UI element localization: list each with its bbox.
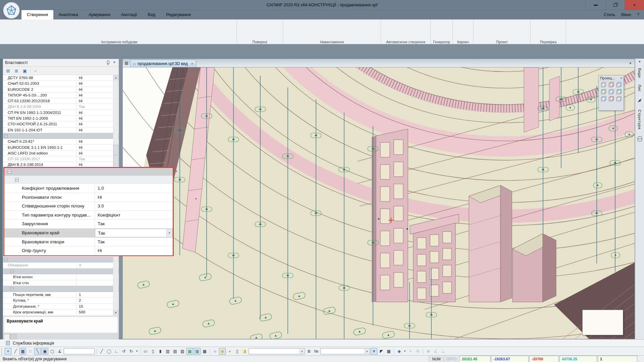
door-visibility-icon[interactable]: ▯: [234, 348, 240, 355]
palette-close-icon[interactable]: ×: [620, 76, 622, 80]
punching-property-row[interactable]: ЗакругленняТак: [4, 220, 173, 229]
ribbon-button-pile-cap[interactable]: [407, 21, 418, 30]
punching-property-row[interactable]: Розпізнавати пілонНі: [4, 193, 173, 202]
light-on-icon[interactable]: ●: [226, 348, 233, 355]
scroll-thumb[interactable]: ≡: [113, 145, 118, 166]
ribbon-button-wall[interactable]: [3, 20, 18, 39]
collapse-minus-icon[interactable]: [10, 270, 13, 273]
unlock-elements-icon[interactable]: ▢: [49, 348, 56, 355]
ribbon-button-pile-wall[interactable]: [365, 30, 378, 39]
property-row[interactable]: СНиП 52-01-2003Ні: [3, 81, 119, 86]
collapse-arrow-icon[interactable]: ▼: [638, 59, 641, 65]
ribbon-button-space[interactable]: [313, 20, 331, 39]
panel-tab-Властивості[interactable]: [4, 334, 10, 340]
app-logo-icon[interactable]: [3, 2, 20, 19]
tab-Вид[interactable]: Вид: [143, 10, 161, 19]
ribbon-button-prism[interactable]: [256, 21, 266, 30]
ribbon-button-window[interactable]: [147, 30, 171, 39]
light-off-icon[interactable]: ○: [212, 348, 218, 355]
show-mesh-icon[interactable]: ▦: [201, 348, 208, 355]
light-selected-icon[interactable]: ◉: [219, 348, 226, 355]
satellite-icon[interactable]: [637, 98, 642, 103]
menu-?[interactable]: ?: [637, 12, 639, 17]
ribbon-button-moving-load[interactable]: [347, 30, 365, 39]
snap-more-icon[interactable]: ▾: [135, 348, 139, 355]
ribbon-button-points[interactable]: [186, 21, 198, 30]
ribbon-button-nodes[interactable]: [432, 20, 451, 39]
ribbon-button-check[interactable]: [532, 20, 557, 39]
ribbon-button-load-cases[interactable]: [284, 20, 313, 39]
loadcase-icon[interactable]: №: [313, 348, 320, 355]
property-row[interactable]: СП РК EN 1992-1-1:2004/2011Ні: [3, 110, 119, 116]
tab-Редагування[interactable]: Редагування: [161, 10, 196, 19]
view-solid-icon[interactable]: ▭: [142, 348, 149, 355]
rotate-x-icon[interactable]: ↺: [120, 348, 127, 355]
property-row[interactable]: EUROCODE 3.1.1 EN 1993-1-1Ні: [3, 145, 119, 150]
view-tab-close-icon[interactable]: ×: [191, 62, 193, 66]
categorized-icon[interactable]: ⊞: [5, 68, 11, 74]
minimize-button[interactable]: [586, 0, 605, 10]
menu-Вікно[interactable]: Вікно: [621, 12, 631, 17]
pin-icon[interactable]: [105, 60, 110, 65]
property-row[interactable]: Пошук перетинів, мм1: [3, 292, 119, 298]
rotate-icon[interactable]: ↻: [415, 348, 421, 355]
status-toggle-NUM[interactable]: NUM: [429, 356, 444, 362]
move-icon[interactable]: +: [407, 348, 414, 355]
ribbon-button-3d-by-line[interactable]: [238, 20, 256, 39]
projections-palette-header[interactable]: Проекц... ×: [599, 75, 624, 81]
close-button[interactable]: ×: [625, 0, 644, 10]
copy-icon[interactable]: ⊕: [425, 348, 432, 355]
snap-angle-icon[interactable]: ╲: [34, 348, 41, 355]
ribbon-button-pile[interactable]: [64, 20, 77, 39]
panel-tab-Попередній перегляд[interactable]: [10, 334, 16, 340]
ribbon-button-slab[interactable]: [18, 20, 33, 39]
view-shaded-icon[interactable]: ▮: [157, 348, 164, 355]
scroll-up-icon[interactable]: ▲: [113, 75, 118, 80]
punching-property-row[interactable]: Співвідношення сторін пілону3.0: [4, 202, 173, 211]
layers-icon[interactable]: ≣: [306, 348, 312, 355]
property-row[interactable]: Кутова, °2: [3, 298, 119, 304]
punching-property-row[interactable]: Тип параметра контуру продав...Коефіцієн…: [4, 211, 173, 220]
property-row[interactable]: СТО НОСТРОЙ 2.6.15-2011Ні: [3, 121, 119, 127]
projection-cube-icon-2[interactable]: [608, 82, 614, 87]
collapse-minus-icon[interactable]: [8, 170, 11, 174]
ribbon-button-build[interactable]: [382, 20, 407, 39]
ribbon-button-opening[interactable]: [102, 21, 130, 30]
property-row[interactable]: В'язі колон: [3, 274, 119, 280]
projection-cube-icon-6[interactable]: [616, 89, 622, 95]
ribbon-button-ks[interactable]: [213, 20, 224, 39]
checklist-icon[interactable]: ▣: [22, 68, 28, 74]
property-row[interactable]: ТКП EN 1992-1-1-2009Ні: [3, 116, 119, 121]
restore-button[interactable]: [605, 0, 625, 10]
projection-cube-icon-9[interactable]: [616, 96, 622, 102]
search-icon[interactable]: [41, 68, 47, 74]
apply-icon[interactable]: ✓: [33, 68, 39, 74]
ribbon-button-joint[interactable]: [89, 20, 102, 39]
tab-Анотації[interactable]: Анотації: [116, 10, 143, 19]
ribbon-button-storey[interactable]: [475, 20, 492, 39]
assign-icon[interactable]: ◆: [396, 348, 402, 355]
view-section-icon[interactable]: ▤: [172, 348, 178, 355]
punching-property-row[interactable]: Враховувати крайТак▼: [4, 229, 173, 238]
property-row[interactable]: AISC LRFD 2nd editionНі: [3, 150, 119, 156]
ribbon-button-column[interactable]: [33, 20, 49, 39]
lock-elements-icon[interactable]: ▣: [42, 348, 48, 355]
side-tab-Види[interactable]: Види: [638, 65, 642, 81]
snap-line-icon[interactable]: ╱: [12, 348, 19, 355]
ribbon-button-beam[interactable]: [49, 20, 64, 39]
fill-visibility-icon[interactable]: ◨: [241, 348, 248, 355]
menu-Стиль[interactable]: Стиль: [604, 12, 615, 17]
projection-cube-icon-1[interactable]: [601, 82, 606, 87]
projection-cube-icon-3[interactable]: [616, 82, 622, 87]
ribbon-button-door[interactable]: [147, 21, 171, 30]
projection-cube-icon-5[interactable]: [608, 89, 614, 95]
panel-close-icon[interactable]: ×: [112, 60, 117, 65]
ribbon-button-force[interactable]: [347, 21, 365, 30]
status-toggle-ОРТО[interactable]: ОРТО: [444, 356, 459, 362]
property-row[interactable]: EN 192-1-1-204.IDTНі: [3, 127, 119, 133]
cylinder-icon[interactable]: [638, 136, 642, 141]
view-texture-icon[interactable]: ▥: [164, 348, 171, 355]
ribbon-button-cut-surface[interactable]: [266, 30, 280, 39]
ribbon-button-level-offset[interactable]: [102, 30, 130, 39]
collapse-minus-icon[interactable]: [15, 178, 19, 182]
